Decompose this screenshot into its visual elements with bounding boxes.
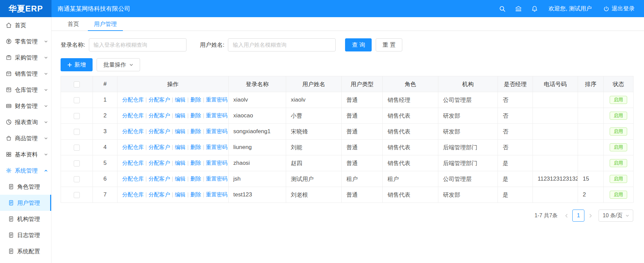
- row-number-cell: 7: [93, 187, 117, 203]
- sidebar-item-home[interactable]: 首页: [0, 17, 51, 33]
- sidebar-item-system[interactable]: 系统管理: [0, 162, 51, 179]
- sidebar-item-system-config[interactable]: 系统配置: [0, 243, 51, 259]
- cell-phone: [533, 92, 578, 108]
- op-reset-password-link[interactable]: 重置密码: [206, 113, 228, 118]
- op-edit-link[interactable]: 编辑: [175, 113, 185, 118]
- reset-button[interactable]: 重 置: [376, 38, 402, 51]
- op-delete-link[interactable]: 删除: [190, 160, 201, 166]
- row-checkbox[interactable]: [74, 113, 80, 119]
- bank-icon[interactable]: [515, 5, 522, 12]
- cell-sort: 15: [578, 171, 604, 187]
- login-name-input[interactable]: [89, 38, 187, 51]
- add-button-label: 新增: [74, 61, 86, 69]
- op-edit-link[interactable]: 编辑: [175, 176, 185, 182]
- bell-icon[interactable]: [531, 5, 538, 12]
- select-all-checkbox[interactable]: [74, 81, 80, 87]
- row-checkbox[interactable]: [74, 97, 80, 103]
- op-edit-link[interactable]: 编辑: [175, 97, 185, 103]
- next-page-button[interactable]: [586, 210, 595, 222]
- op-edit-link[interactable]: 编辑: [175, 128, 185, 134]
- op-assign-warehouse-link[interactable]: 分配仓库: [122, 144, 144, 150]
- pagination-total: 1-7 共7条: [535, 212, 557, 219]
- cell-phone: 1123123123132: [533, 171, 578, 187]
- op-edit-link[interactable]: 编辑: [175, 160, 185, 166]
- search-button[interactable]: 查 询: [345, 38, 372, 51]
- op-delete-link[interactable]: 删除: [190, 97, 201, 103]
- table-body: 1分配仓库|分配客户|编辑|删除|重置密码xiaolvxiaolv普通销售经理公…: [61, 92, 634, 203]
- cell-status: 启用: [604, 171, 634, 187]
- op-assign-warehouse-link[interactable]: 分配仓库: [122, 160, 144, 166]
- op-assign-warehouse-link[interactable]: 分配仓库: [122, 113, 144, 118]
- sidebar-item-warehouse[interactable]: 仓库管理: [0, 82, 51, 98]
- op-delete-link[interactable]: 删除: [190, 113, 201, 118]
- cell-user-name: xiaolv: [286, 92, 342, 108]
- chevron-down-icon: [44, 120, 48, 124]
- sidebar-item-sale[interactable]: 销售管理: [0, 66, 51, 82]
- op-assign-warehouse-link[interactable]: 分配仓库: [122, 192, 144, 197]
- sidebar-item-basic[interactable]: 基本资料: [0, 146, 51, 162]
- page-number-button[interactable]: 1: [572, 210, 584, 222]
- row-checkbox[interactable]: [74, 145, 80, 151]
- row-checkbox[interactable]: [74, 176, 80, 182]
- op-separator: |: [172, 160, 173, 166]
- sidebar-item-purchase[interactable]: 采购管理: [0, 49, 51, 66]
- op-assign-customer-link[interactable]: 分配客户: [148, 144, 170, 150]
- op-assign-warehouse-link[interactable]: 分配仓库: [122, 176, 144, 182]
- row-checkbox[interactable]: [74, 129, 80, 135]
- op-separator: |: [145, 160, 147, 166]
- sidebar-item-role-manage[interactable]: 角色管理: [0, 179, 51, 195]
- op-delete-link[interactable]: 删除: [190, 176, 201, 182]
- op-assign-customer-link[interactable]: 分配客户: [148, 113, 170, 118]
- cell-organization: 后端管理部门: [438, 140, 498, 155]
- tab-home[interactable]: 首页: [62, 17, 85, 31]
- logout-button[interactable]: 退出登录: [603, 5, 635, 12]
- row-operations-cell: 分配仓库|分配客户|编辑|删除|重置密码: [117, 124, 229, 140]
- op-delete-link[interactable]: 删除: [190, 192, 201, 197]
- cell-role: 销售代表: [383, 187, 438, 203]
- op-reset-password-link[interactable]: 重置密码: [206, 160, 228, 166]
- sale-icon: [6, 71, 12, 77]
- op-reset-password-link[interactable]: 重置密码: [206, 144, 228, 150]
- sidebar-item-finance[interactable]: 财务管理: [0, 98, 51, 114]
- add-button[interactable]: 新增: [61, 58, 93, 71]
- op-delete-link[interactable]: 删除: [190, 128, 201, 134]
- sidebar-item-log-manage[interactable]: 日志管理: [0, 227, 51, 243]
- op-reset-password-link[interactable]: 重置密码: [206, 192, 228, 197]
- search-icon[interactable]: [499, 5, 506, 12]
- row-checkbox[interactable]: [74, 192, 80, 198]
- op-separator: |: [145, 113, 147, 118]
- sidebar-item-goods[interactable]: 商品管理: [0, 130, 51, 146]
- user-name-input[interactable]: [228, 38, 336, 51]
- prev-page-button[interactable]: [562, 210, 570, 222]
- op-reset-password-link[interactable]: 重置密码: [206, 176, 228, 182]
- tab-user-manage[interactable]: 用户管理: [88, 17, 123, 31]
- op-edit-link[interactable]: 编辑: [175, 144, 185, 150]
- page-size-select[interactable]: 10 条/页: [599, 210, 633, 222]
- sidebar-item-label: 角色管理: [17, 183, 40, 191]
- op-assign-customer-link[interactable]: 分配客户: [148, 192, 170, 197]
- op-assign-warehouse-link[interactable]: 分配仓库: [122, 97, 144, 103]
- op-assign-customer-link[interactable]: 分配客户: [148, 176, 170, 182]
- op-assign-customer-link[interactable]: 分配客户: [148, 160, 170, 166]
- op-assign-warehouse-link[interactable]: 分配仓库: [122, 128, 144, 134]
- select-all-header-cell: [61, 76, 93, 92]
- sidebar-item-org-manage[interactable]: 机构管理: [0, 211, 51, 227]
- op-reset-password-link[interactable]: 重置密码: [206, 128, 228, 134]
- cell-role: 销售代表: [383, 155, 438, 171]
- row-operations-cell: 分配仓库|分配客户|编辑|删除|重置密码: [117, 108, 229, 124]
- cell-organization: 研发部: [438, 108, 498, 124]
- cell-is-manager: 是: [498, 171, 533, 187]
- cell-user-type: 租户: [342, 171, 383, 187]
- cell-phone: [533, 140, 578, 155]
- op-delete-link[interactable]: 删除: [190, 144, 201, 150]
- table-row: 5分配仓库|分配客户|编辑|删除|重置密码zhaosi赵四普通销售代表后端管理部…: [61, 155, 634, 171]
- sidebar-item-report[interactable]: 报表查询: [0, 114, 51, 130]
- op-edit-link[interactable]: 编辑: [175, 192, 185, 197]
- batch-operation-button[interactable]: 批量操作: [97, 58, 140, 71]
- op-reset-password-link[interactable]: 重置密码: [206, 97, 228, 103]
- row-checkbox[interactable]: [74, 160, 80, 166]
- op-assign-customer-link[interactable]: 分配客户: [148, 128, 170, 134]
- sidebar-item-user-manage[interactable]: 用户管理: [0, 195, 51, 211]
- sidebar-item-retail[interactable]: 零售管理: [0, 33, 51, 49]
- op-assign-customer-link[interactable]: 分配客户: [148, 97, 170, 103]
